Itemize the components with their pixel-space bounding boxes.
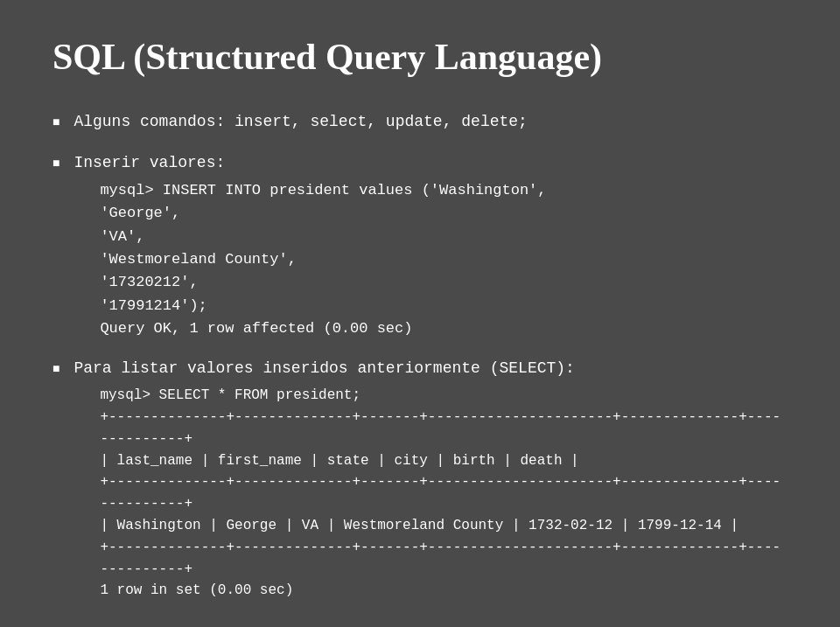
code-line-3: 'VA',: [100, 226, 546, 248]
code-line-1: mysql> INSERT INTO president values ('Wa…: [100, 179, 546, 202]
code-line-5: '17320212',: [100, 271, 546, 294]
code-line-7: Query OK, 1 row affected (0.00 sec): [100, 317, 546, 340]
bullet3-code: mysql> SELECT * FROM president; +-------…: [100, 385, 788, 602]
bullet-item-1: ■ Alguns comandos: insert, select, updat…: [52, 109, 788, 135]
code-line-6: '17991214');: [100, 295, 546, 317]
slide-title: SQL (Structured Query Language): [52, 35, 788, 79]
bullet-content-2: Inserir valores: mysql> INSERT INTO pres…: [74, 150, 546, 340]
bullet-text-1: Alguns comandos: insert, select, update,…: [74, 109, 527, 135]
bullet-icon-3: ■: [52, 359, 60, 379]
bullet2-code: mysql> INSERT INTO president values ('Wa…: [100, 179, 546, 340]
table-line-2: +--------------+--------------+-------+-…: [100, 407, 788, 450]
content-area: ■ Alguns comandos: insert, select, updat…: [52, 109, 788, 602]
bullet3-label: Para listar valores inseridos anteriorme…: [74, 356, 788, 381]
table-line-1: mysql> SELECT * FROM president;: [100, 385, 788, 407]
table-line-7: 1 row in set (0.00 sec): [100, 580, 788, 602]
bullet-item-2: ■ Inserir valores: mysql> INSERT INTO pr…: [52, 150, 788, 340]
bullet-icon-1: ■: [52, 113, 60, 132]
bullet2-label: Inserir valores:: [74, 150, 546, 176]
table-line-3: | last_name | first_name | state | city …: [100, 450, 788, 472]
slide: SQL (Structured Query Language) ■ Alguns…: [0, 0, 840, 627]
table-line-4: +--------------+--------------+-------+-…: [100, 471, 788, 515]
table-line-6: +--------------+--------------+-------+-…: [100, 537, 788, 581]
bullet-icon-2: ■: [52, 154, 60, 173]
bullet-item-3: ■ Para listar valores inseridos anterior…: [52, 356, 788, 602]
code-line-4: 'Westmoreland County',: [100, 248, 546, 271]
table-line-5: | Washington | George | VA | Westmorelan…: [100, 515, 788, 537]
bullet-content-3: Para listar valores inseridos anteriorme…: [74, 356, 788, 602]
code-line-2: 'George',: [100, 202, 546, 225]
